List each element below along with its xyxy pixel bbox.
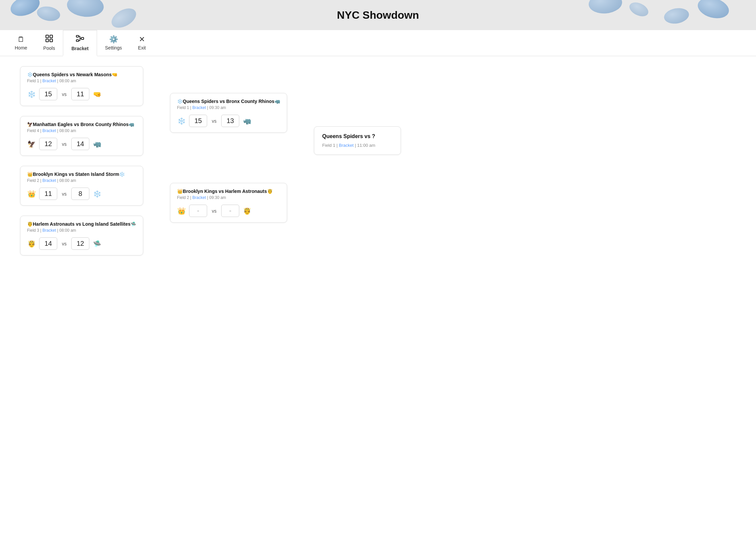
round-2-col: ❄️Queens Spiders vs Bronx County Rhinos🦏… bbox=[170, 93, 287, 223]
match-m4-title: 🤴Harlem Astronauts vs Long Island Satell… bbox=[27, 221, 136, 227]
match-m4-score2: 12 bbox=[71, 237, 89, 250]
match-m2-title: 🦅Manhattan Eagles vs Bronx County Rhinos… bbox=[27, 122, 136, 127]
final-col: Queens Spiders vs ? Field 1 | Bracket | … bbox=[314, 66, 401, 155]
nav-exit-label: Exit bbox=[138, 45, 146, 50]
match-m2-team1-emoji: 🦅 bbox=[27, 140, 36, 148]
match-s2-score2: - bbox=[221, 205, 239, 217]
match-final-bracket-link[interactable]: Bracket bbox=[339, 143, 353, 148]
match-m3-bracket-link[interactable]: Bracket bbox=[43, 178, 56, 183]
match-m2-score1: 12 bbox=[39, 138, 57, 150]
match-m1-info: Field 1 | Bracket | 08:00 am bbox=[27, 79, 136, 83]
exit-icon: ✕ bbox=[139, 35, 145, 44]
bracket-area: ❄️Queens Spiders vs Newark Masons🤜 Field… bbox=[0, 56, 756, 265]
match-m3-team1-emoji: 👑 bbox=[27, 190, 36, 198]
svg-rect-5 bbox=[76, 40, 79, 41]
match-m4-vs: vs bbox=[62, 241, 67, 246]
match-m4-info: Field 3 | Bracket | 08:00 am bbox=[27, 228, 136, 233]
match-card-m4[interactable]: 🤴Harlem Astronauts vs Long Island Satell… bbox=[20, 216, 143, 255]
nav-settings-label: Settings bbox=[105, 45, 122, 50]
nav-exit[interactable]: ✕ Exit bbox=[130, 30, 154, 56]
match-s2-title: 👑Brooklyn Kings vs Harlem Astronauts🤴 bbox=[177, 189, 280, 194]
match-m3-score2: 8 bbox=[71, 188, 89, 200]
match-m3-scores: 👑 11 vs 8 ❄️ bbox=[27, 188, 136, 200]
match-final-title: Queens Spiders vs ? bbox=[322, 133, 393, 139]
match-m2-bracket-link[interactable]: Bracket bbox=[43, 128, 56, 133]
settings-icon: ⚙️ bbox=[109, 35, 118, 44]
match-m3-team2-emoji: ❄️ bbox=[93, 190, 101, 198]
match-s1-team2-emoji: 🦏 bbox=[243, 117, 251, 125]
page-title: NYC Showdown bbox=[337, 9, 419, 21]
nav-home[interactable]: 🗒 Home bbox=[7, 30, 35, 56]
match-m2-scores: 🦅 12 vs 14 🦏 bbox=[27, 138, 136, 150]
match-m1-score2: 11 bbox=[71, 88, 89, 100]
match-s1-team1-emoji: ❄️ bbox=[177, 117, 186, 125]
match-m4-bracket-link[interactable]: Bracket bbox=[43, 228, 56, 233]
svg-rect-0 bbox=[46, 35, 49, 38]
match-card-final[interactable]: Queens Spiders vs ? Field 1 | Bracket | … bbox=[314, 126, 401, 155]
match-s1-scores: ❄️ 15 vs 13 🦏 bbox=[177, 115, 280, 127]
nav-pools-label: Pools bbox=[43, 45, 55, 51]
match-m3-info: Field 2 | Bracket | 08:00 am bbox=[27, 178, 136, 183]
match-m1-vs: vs bbox=[62, 92, 67, 97]
bracket-icon bbox=[76, 34, 84, 44]
match-s2-score1: - bbox=[189, 205, 207, 217]
match-card-s1[interactable]: ❄️Queens Spiders vs Bronx County Rhinos🦏… bbox=[170, 93, 287, 133]
match-m1-title: ❄️Queens Spiders vs Newark Masons🤜 bbox=[27, 72, 136, 77]
match-s2-team1-emoji: 👑 bbox=[177, 207, 186, 215]
nav-pools[interactable]: Pools bbox=[35, 30, 63, 56]
page-header: NYC Showdown bbox=[0, 0, 756, 30]
svg-rect-1 bbox=[50, 35, 53, 38]
match-s2-vs: vs bbox=[212, 208, 217, 214]
match-m4-score1: 14 bbox=[39, 237, 57, 250]
match-s1-bracket-link[interactable]: Bracket bbox=[192, 105, 206, 110]
match-s1-score2: 13 bbox=[221, 115, 239, 127]
nav-settings[interactable]: ⚙️ Settings bbox=[97, 30, 130, 56]
match-m1-team2-emoji: 🤜 bbox=[93, 90, 101, 98]
match-s1-title: ❄️Queens Spiders vs Bronx County Rhinos🦏 bbox=[177, 99, 280, 104]
svg-rect-3 bbox=[50, 39, 53, 42]
match-s2-scores: 👑 - vs - 🤴 bbox=[177, 205, 280, 217]
match-card-s2[interactable]: 👑Brooklyn Kings vs Harlem Astronauts🤴 Fi… bbox=[170, 183, 287, 223]
match-m2-info: Field 4 | Bracket | 08:00 am bbox=[27, 128, 136, 133]
nav-bracket-label: Bracket bbox=[71, 46, 88, 51]
match-m1-score1: 15 bbox=[39, 88, 57, 100]
match-m1-scores: ❄️ 15 vs 11 🤜 bbox=[27, 88, 136, 100]
match-card-m3[interactable]: 👑Brooklyn Kings vs Staten Island Storm❄️… bbox=[20, 166, 143, 206]
match-m3-vs: vs bbox=[62, 191, 67, 197]
match-m3-score1: 11 bbox=[39, 188, 57, 200]
match-m4-scores: 🤴 14 vs 12 🛸 bbox=[27, 237, 136, 250]
match-m4-team1-emoji: 🤴 bbox=[27, 240, 36, 248]
match-card-m1[interactable]: ❄️Queens Spiders vs Newark Masons🤜 Field… bbox=[20, 66, 143, 106]
match-m2-vs: vs bbox=[62, 141, 67, 147]
main-nav: 🗒 Home Pools Bracket bbox=[0, 30, 756, 56]
match-s2-info: Field 2 | Bracket | 09:30 am bbox=[177, 195, 280, 200]
nav-home-label: Home bbox=[15, 45, 27, 50]
match-m4-team2-emoji: 🛸 bbox=[93, 240, 101, 248]
svg-rect-6 bbox=[81, 37, 84, 39]
pools-icon bbox=[46, 35, 53, 44]
svg-rect-4 bbox=[76, 35, 79, 37]
match-s1-vs: vs bbox=[212, 118, 217, 124]
round-1-col: ❄️Queens Spiders vs Newark Masons🤜 Field… bbox=[20, 66, 143, 255]
match-m2-team2-emoji: 🦏 bbox=[93, 140, 101, 148]
home-icon: 🗒 bbox=[17, 35, 25, 44]
match-s2-bracket-link[interactable]: Bracket bbox=[192, 195, 206, 200]
match-card-m2[interactable]: 🦅Manhattan Eagles vs Bronx County Rhinos… bbox=[20, 116, 143, 156]
match-m1-team1-emoji: ❄️ bbox=[27, 90, 36, 98]
match-m3-title: 👑Brooklyn Kings vs Staten Island Storm❄️ bbox=[27, 172, 136, 177]
nav-bracket[interactable]: Bracket bbox=[63, 30, 97, 56]
match-final-info: Field 1 | Bracket | 11:00 am bbox=[322, 143, 393, 148]
match-m2-score2: 14 bbox=[71, 138, 89, 150]
match-s1-score1: 15 bbox=[189, 115, 207, 127]
match-s2-team2-emoji: 🤴 bbox=[243, 207, 251, 215]
match-m1-bracket-link[interactable]: Bracket bbox=[43, 79, 56, 83]
match-s1-info: Field 1 | Bracket | 09:30 am bbox=[177, 105, 280, 110]
svg-rect-2 bbox=[46, 39, 49, 42]
